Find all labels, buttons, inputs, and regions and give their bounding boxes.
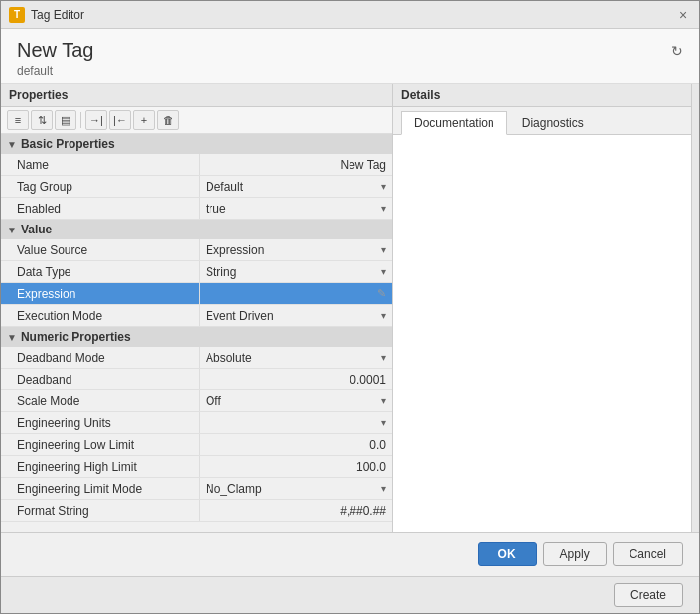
section-numeric-properties[interactable]: ▼ Numeric Properties (1, 327, 392, 347)
chevron-down-icon: ▾ (381, 244, 386, 255)
table-row: Engineering Limit Mode No_Clamp ▾ (1, 478, 392, 500)
prop-value-executionmode[interactable]: Event Driven ▾ (200, 305, 392, 326)
prop-label-expression: Expression (1, 283, 200, 304)
prop-label-executionmode: Execution Mode (1, 305, 200, 326)
prop-label-enghighlimit: Engineering High Limit (1, 456, 200, 477)
main-content: Properties ≡ ⇅ ▤ →| |← + 🗑 ▼ Basic Prope… (1, 84, 699, 532)
table-row: Format String #,##0.## (1, 500, 392, 522)
basic-properties-label: Basic Properties (21, 137, 115, 151)
title-bar: T Tag Editor × (1, 1, 699, 29)
numeric-properties-label: Numeric Properties (21, 330, 131, 344)
cancel-button[interactable]: Cancel (613, 542, 683, 566)
prop-value-enghighlimit[interactable]: 100.0 (200, 456, 392, 477)
table-row: Deadband 0.0001 (1, 369, 392, 390)
prop-value-deadband[interactable]: 0.0001 (200, 369, 392, 389)
tab-documentation[interactable]: Documentation (401, 111, 507, 135)
table-row: Engineering High Limit 100.0 (1, 456, 392, 478)
tag-editor-dialog: T Tag Editor × New Tag default ↻ Propert… (0, 0, 700, 614)
prop-label-datatype: Data Type (1, 261, 200, 282)
prop-label-enabled: Enabled (1, 198, 200, 219)
tab-diagnostics[interactable]: Diagnostics (509, 111, 597, 134)
table-row: Data Type String ▾ (1, 261, 392, 283)
chevron-down-icon: ▾ (381, 483, 386, 494)
table-row: Value Source Expression ▾ (1, 239, 392, 261)
close-button[interactable]: × (675, 7, 691, 23)
toolbar-expand-btn[interactable]: →| (85, 110, 107, 130)
value-toggle-icon: ▼ (7, 225, 17, 235)
prop-value-englimitmode[interactable]: No_Clamp ▾ (200, 478, 392, 499)
basic-toggle-icon: ▼ (7, 139, 17, 150)
prop-value-enabled[interactable]: true ▾ (200, 198, 392, 219)
apply-button[interactable]: Apply (543, 542, 607, 566)
right-panel: Details Documentation Diagnostics (393, 84, 691, 532)
table-row: Enabled true ▾ (1, 198, 392, 220)
table-row: Deadband Mode Absolute ▾ (1, 347, 392, 369)
prop-value-engunits[interactable]: ▾ (200, 412, 392, 433)
prop-value-englowlimit[interactable]: 0.0 (200, 434, 392, 455)
edit-icon: ✎ (377, 287, 386, 300)
prop-value-taggroup[interactable]: Default ▾ (200, 176, 392, 197)
toolbar-table-btn[interactable]: ▤ (55, 110, 76, 130)
chevron-down-icon: ▾ (381, 417, 386, 428)
prop-value-datatype[interactable]: String ▾ (200, 261, 392, 282)
chevron-down-icon: ▾ (381, 203, 386, 214)
toolbar-delete-btn[interactable]: 🗑 (157, 110, 179, 130)
prop-label-englowlimit: Engineering Low Limit (1, 434, 200, 455)
toolbar-add-btn[interactable]: + (133, 110, 155, 130)
left-panel: Properties ≡ ⇅ ▤ →| |← + 🗑 ▼ Basic Prope… (1, 84, 393, 532)
prop-value-scalemode[interactable]: Off ▾ (200, 390, 392, 411)
table-row-expression[interactable]: Expression ✎ (1, 283, 392, 305)
prop-value-expression[interactable]: ✎ (200, 283, 392, 304)
toolbar-sort-btn[interactable]: ⇅ (31, 110, 53, 130)
tabs-row: Documentation Diagnostics (393, 107, 691, 135)
prop-label-deadbandmode: Deadband Mode (1, 347, 200, 368)
prop-label-valuesource: Value Source (1, 239, 200, 260)
toolbar-collapse-btn[interactable]: |← (109, 110, 131, 130)
prop-label-scalemode: Scale Mode (1, 390, 200, 411)
table-row: Tag Group Default ▾ (1, 176, 392, 198)
side-scrollbar[interactable] (691, 84, 699, 532)
tag-group-subtitle: default (17, 64, 93, 77)
refresh-icon[interactable]: ↻ (671, 43, 683, 59)
toolbar-sep1 (80, 112, 81, 128)
section-basic-properties[interactable]: ▼ Basic Properties (1, 134, 392, 154)
chevron-down-icon: ▾ (381, 181, 386, 192)
value-label: Value (21, 223, 52, 236)
chevron-down-icon: ▾ (381, 310, 386, 321)
footer-buttons: OK Apply Cancel (1, 532, 699, 576)
tab-content-documentation (393, 135, 691, 532)
prop-label-formatstring: Format String (1, 500, 200, 521)
table-row: Execution Mode Event Driven ▾ (1, 305, 392, 327)
chevron-down-icon: ▾ (381, 266, 386, 277)
prop-label-taggroup: Tag Group (1, 176, 200, 197)
prop-label-deadband: Deadband (1, 369, 200, 389)
chevron-down-icon: ▾ (381, 352, 386, 363)
prop-label-name: Name (1, 154, 200, 175)
details-header: Details (393, 84, 691, 107)
table-row: Engineering Units ▾ (1, 412, 392, 434)
properties-table: ▼ Basic Properties Name New Tag Tag Grou… (1, 134, 392, 532)
footer-bottom: Create (1, 576, 699, 613)
header-section: New Tag default ↻ (1, 29, 699, 84)
dialog-title: Tag Editor (31, 8, 84, 22)
title-bar-left: T Tag Editor (9, 7, 84, 23)
table-row: Engineering Low Limit 0.0 (1, 434, 392, 456)
app-icon: T (9, 7, 25, 23)
ok-button[interactable]: OK (478, 542, 537, 566)
toolbar-list-btn[interactable]: ≡ (7, 110, 29, 130)
properties-header: Properties (1, 84, 392, 107)
prop-label-englimitmode: Engineering Limit Mode (1, 478, 200, 499)
prop-value-formatstring[interactable]: #,##0.## (200, 500, 392, 521)
table-row: Scale Mode Off ▾ (1, 390, 392, 412)
header-info: New Tag default (17, 39, 93, 77)
tag-name-title: New Tag (17, 39, 93, 62)
prop-label-engunits: Engineering Units (1, 412, 200, 433)
properties-toolbar: ≡ ⇅ ▤ →| |← + 🗑 (1, 107, 392, 134)
prop-value-deadbandmode[interactable]: Absolute ▾ (200, 347, 392, 368)
numeric-toggle-icon: ▼ (7, 332, 17, 343)
prop-value-name[interactable]: New Tag (200, 154, 392, 175)
prop-value-valuesource[interactable]: Expression ▾ (200, 239, 392, 260)
table-row: Name New Tag (1, 154, 392, 176)
create-button[interactable]: Create (614, 583, 683, 607)
section-value[interactable]: ▼ Value (1, 220, 392, 239)
